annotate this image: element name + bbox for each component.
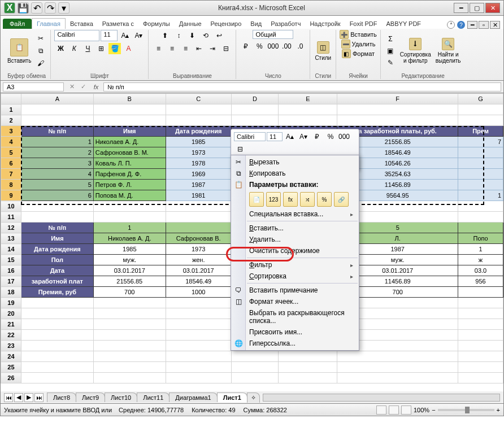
- col-header-D[interactable]: D: [231, 94, 279, 104]
- cell[interactable]: [458, 351, 503, 362]
- cell[interactable]: [166, 115, 231, 126]
- cell[interactable]: [21, 373, 93, 383]
- cell[interactable]: [21, 104, 93, 115]
- row-header-7[interactable]: 7: [1, 169, 21, 180]
- zoom-out-icon[interactable]: −: [432, 407, 435, 413]
- cell[interactable]: [337, 115, 458, 126]
- paste-formatting-icon[interactable]: %: [317, 192, 332, 207]
- cell[interactable]: [166, 223, 231, 233]
- ctx-insert[interactable]: Вставить...: [231, 223, 359, 234]
- cell[interactable]: Николаев А. Д.: [93, 233, 166, 244]
- sheet-nav-next[interactable]: ▶: [24, 393, 33, 402]
- cell[interactable]: [279, 115, 337, 126]
- cell[interactable]: [166, 351, 231, 362]
- copy-icon[interactable]: ⧉: [34, 45, 47, 56]
- dec-decimal-icon[interactable]: .0: [294, 41, 306, 52]
- formula-input[interactable]: № п/п: [103, 82, 501, 91]
- paste-all-icon[interactable]: 📄: [249, 192, 264, 207]
- cell[interactable]: [21, 212, 93, 223]
- mini-currency-icon[interactable]: ₽: [311, 131, 323, 142]
- cell[interactable]: [279, 373, 337, 383]
- cell[interactable]: [458, 104, 503, 115]
- cell[interactable]: Сафроновав В.: [166, 233, 231, 244]
- cell[interactable]: [93, 319, 166, 330]
- cell[interactable]: 1987: [166, 180, 231, 190]
- tab-foxit[interactable]: Foxit PDF: [345, 19, 382, 29]
- cell[interactable]: [458, 223, 503, 233]
- sheet-tab-Лист1[interactable]: Лист1: [217, 393, 247, 402]
- row-header-17[interactable]: 17: [1, 276, 21, 287]
- cell[interactable]: [337, 362, 458, 373]
- close-button[interactable]: ✕: [485, 3, 500, 13]
- cells-insert[interactable]: ➕Вставить: [340, 30, 377, 39]
- cell[interactable]: [458, 298, 503, 308]
- t1-header[interactable]: Дата рождения: [166, 126, 231, 137]
- cell[interactable]: 1000: [166, 287, 231, 298]
- col-header-C[interactable]: C: [166, 94, 231, 104]
- cells-delete[interactable]: ➖Удалить: [341, 40, 376, 49]
- excel-icon[interactable]: X: [4, 2, 15, 14]
- cell[interactable]: [458, 319, 503, 330]
- comma-icon[interactable]: 000: [267, 41, 279, 52]
- col-header-B[interactable]: B: [93, 94, 166, 104]
- cell[interactable]: 956: [458, 276, 503, 287]
- cell[interactable]: [21, 201, 93, 212]
- cell[interactable]: [458, 169, 503, 180]
- row-header-13[interactable]: 13: [1, 233, 21, 244]
- cell[interactable]: [458, 158, 503, 169]
- sheet-nav-first[interactable]: ⏮: [4, 393, 13, 402]
- mini-shrink-font-icon[interactable]: A▾: [297, 131, 310, 142]
- cell[interactable]: [458, 212, 503, 223]
- enter-icon[interactable]: ✓: [77, 83, 89, 90]
- qat-save[interactable]: 💾: [18, 2, 29, 14]
- format-painter-icon[interactable]: 🖌: [34, 58, 47, 69]
- font-color-icon[interactable]: A: [122, 43, 134, 54]
- cell[interactable]: [231, 373, 279, 383]
- row-header-9[interactable]: 9: [1, 190, 21, 201]
- orientation-icon[interactable]: ⟲: [199, 30, 212, 41]
- align-middle-icon[interactable]: ↕: [172, 30, 185, 41]
- cells-format[interactable]: ◧Формат: [342, 49, 375, 58]
- cell[interactable]: 5: [21, 180, 93, 190]
- row-header-4[interactable]: 4: [1, 137, 21, 147]
- cell[interactable]: Парфенов Д. Ф.: [93, 169, 166, 180]
- cell[interactable]: 1969: [166, 169, 231, 180]
- mdi-restore[interactable]: ▫: [479, 21, 489, 29]
- sheet-tab-Лист10[interactable]: Лист10: [105, 393, 137, 402]
- row-header-16[interactable]: 16: [1, 265, 21, 276]
- minimize-button[interactable]: ━: [454, 3, 468, 13]
- shrink-font-icon[interactable]: A▾: [132, 30, 145, 41]
- grow-font-icon[interactable]: A▴: [119, 30, 131, 41]
- cell[interactable]: 03.0: [458, 265, 503, 276]
- cell[interactable]: [337, 104, 458, 115]
- tab-data[interactable]: Данные: [175, 19, 206, 29]
- cancel-icon[interactable]: ✕: [66, 83, 77, 90]
- cell[interactable]: [21, 298, 93, 308]
- qat-undo[interactable]: ↶: [31, 2, 42, 14]
- row-header-18[interactable]: 18: [1, 287, 21, 298]
- mini-grow-font-icon[interactable]: A▴: [284, 131, 296, 142]
- row-header-5[interactable]: 5: [1, 147, 21, 158]
- inc-decimal-icon[interactable]: .00: [280, 41, 293, 52]
- cell[interactable]: [458, 373, 503, 383]
- cell[interactable]: [231, 351, 279, 362]
- cell[interactable]: [166, 330, 231, 341]
- tab-review[interactable]: Рецензиро: [206, 19, 246, 29]
- mini-font-name[interactable]: Calibri: [234, 132, 266, 141]
- name-box[interactable]: A3: [3, 82, 64, 91]
- font-size[interactable]: 11: [101, 30, 118, 41]
- cell[interactable]: [458, 362, 503, 373]
- align-left-icon[interactable]: ≡: [152, 43, 164, 54]
- number-format[interactable]: Общий: [253, 30, 293, 39]
- cell[interactable]: [166, 319, 231, 330]
- ribbon-minimize-icon[interactable]: ˄: [447, 21, 455, 29]
- cell[interactable]: 21556.85: [93, 276, 166, 287]
- cell[interactable]: [458, 180, 503, 190]
- cell[interactable]: [458, 330, 503, 341]
- cell[interactable]: 1985: [93, 244, 166, 255]
- fill-color-icon[interactable]: 🪣: [108, 43, 121, 54]
- cell[interactable]: 1: [93, 223, 166, 233]
- cell[interactable]: [458, 308, 503, 319]
- align-bottom-icon[interactable]: ⬇: [186, 30, 198, 41]
- cell[interactable]: [21, 115, 93, 126]
